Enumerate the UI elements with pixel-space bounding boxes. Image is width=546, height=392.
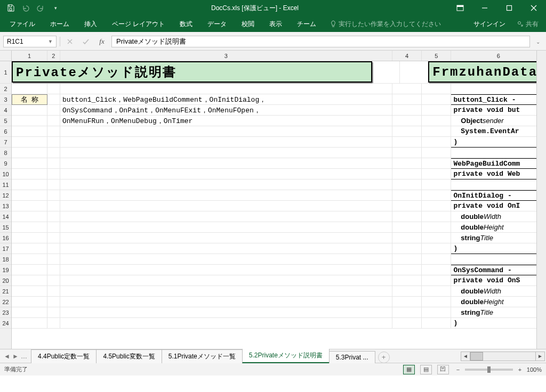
cell-label-name[interactable]: 名 称 [12,94,47,105]
cell[interactable] [60,137,392,148]
add-sheet-button[interactable]: + [378,352,390,363]
cell[interactable] [12,126,47,137]
cell[interactable] [422,265,451,275]
view-normal-icon[interactable]: ▦ [403,365,415,374]
cell-r5c3[interactable]: OnMenuFRun，OnMenuDebug，OnTimer [60,116,392,126]
sheet-nav-prev-icon[interactable]: ◄ [3,353,11,360]
hscroll-track[interactable] [470,352,535,361]
cell[interactable] [422,137,451,148]
cell[interactable] [60,286,392,297]
row-header-3[interactable]: 3 [0,94,11,105]
cell-r21c6[interactable]: double Width [451,286,546,297]
fx-icon[interactable]: fx [95,36,108,47]
cell-r3c3[interactable]: button1_Click，WebPageBuildComment，OnInit… [60,94,392,105]
row-header-17[interactable]: 17 [0,243,11,254]
cell[interactable] [392,94,422,105]
qat-customize-icon[interactable]: ▾ [49,2,62,14]
cell[interactable] [392,201,422,211]
row-header-5[interactable]: 5 [0,116,11,126]
cell[interactable] [12,84,47,94]
tab-team[interactable]: チーム [290,16,324,32]
cell[interactable] [60,148,392,158]
sheet-nav-next-icon[interactable]: ► [12,353,19,360]
zoom-thumb[interactable] [487,366,491,373]
cell[interactable] [422,148,451,158]
cell[interactable] [47,211,60,222]
row-header-18[interactable]: 18 [0,254,11,265]
cell[interactable] [392,243,422,254]
cell[interactable] [422,307,451,318]
zoom-in-button[interactable]: + [516,366,524,373]
row-header-10[interactable]: 10 [0,169,11,179]
cell[interactable] [12,190,47,201]
cell[interactable] [12,222,47,233]
cell-r20c6[interactable]: private void OnS [451,275,546,286]
formula-input[interactable]: Privateメソッド説明書 [111,36,530,47]
cell-r7c6[interactable]: ) [451,137,546,148]
hscroll-left-icon[interactable]: ◄ [461,352,470,361]
cell[interactable] [60,254,392,265]
cell-r10c6[interactable]: private void Web [451,169,546,179]
tell-me-box[interactable]: 実行したい作業を入力してください [324,20,441,29]
cell[interactable] [60,158,392,169]
cancel-formula-icon[interactable] [63,36,76,47]
cell[interactable] [60,84,392,94]
maximize-button[interactable] [497,0,521,16]
cell[interactable] [47,94,60,105]
cell[interactable] [422,297,451,307]
cell[interactable] [451,179,546,190]
cell-title-main[interactable]: Privateメソッド説明書 [12,61,372,83]
share-button[interactable]: 共有 [512,20,544,29]
col-header-6[interactable]: 6 [451,51,546,61]
row-header-21[interactable]: 21 [0,286,11,297]
cell[interactable] [12,318,47,329]
cell[interactable] [47,137,60,148]
cell[interactable] [372,61,400,84]
cell[interactable] [422,222,451,233]
cell[interactable] [392,84,422,94]
row-header-13[interactable]: 13 [0,201,11,211]
row-header-1[interactable]: 1 [0,61,11,84]
tab-view[interactable]: 表示 [262,16,290,32]
cell[interactable] [47,318,60,329]
row-header-9[interactable]: 9 [0,158,11,169]
row-header-24[interactable]: 24 [0,318,11,329]
cell-r16c6[interactable]: string Title [451,233,546,243]
row-header-2[interactable]: 2 [0,84,11,94]
undo-icon[interactable] [19,2,32,14]
cell[interactable] [392,116,422,126]
cell[interactable] [422,318,451,329]
cell-title-right[interactable]: FrmzuhanData.c [428,61,546,83]
cell[interactable] [392,158,422,169]
cell[interactable] [47,148,60,158]
cell[interactable] [451,148,546,158]
zoom-out-button[interactable]: − [454,366,462,373]
row-header-16[interactable]: 16 [0,233,11,243]
cell[interactable] [12,265,47,275]
cell[interactable] [47,169,60,179]
cell[interactable] [47,84,60,94]
cell[interactable] [422,190,451,201]
row-header-7[interactable]: 7 [0,137,11,148]
cell-r13c6[interactable]: private void OnI [451,201,546,211]
select-all-corner[interactable] [0,51,11,61]
tab-home[interactable]: ホーム [43,16,77,32]
cell[interactable] [12,148,47,158]
col-header-2[interactable]: 2 [47,51,60,61]
cell[interactable] [12,233,47,243]
cell[interactable] [422,179,451,190]
cell-r6c6[interactable]: System.EventAr [451,126,546,137]
cell[interactable] [392,233,422,243]
row-header-12[interactable]: 12 [0,190,11,201]
tab-data[interactable]: データ [200,16,234,32]
cell[interactable] [12,169,47,179]
close-button[interactable] [521,0,546,16]
cell[interactable] [392,265,422,275]
horizontal-scrollbar[interactable]: ◄ ► [461,352,546,361]
cell[interactable] [12,158,47,169]
name-box[interactable]: R1C1 ▼ [3,36,57,47]
cell[interactable] [47,222,60,233]
cell[interactable] [422,233,451,243]
cell[interactable] [12,105,47,116]
cell-r17c6[interactable]: ) [451,243,546,254]
